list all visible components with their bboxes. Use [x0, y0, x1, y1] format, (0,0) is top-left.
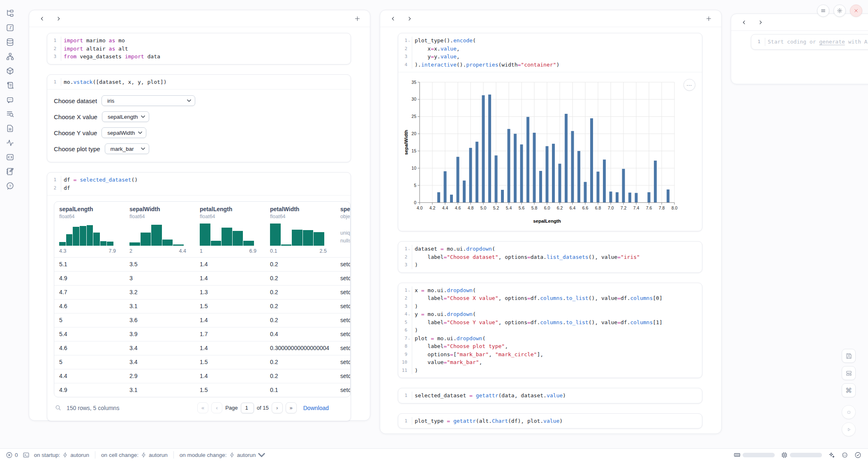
close-icon[interactable] [850, 5, 862, 17]
cell-imports[interactable]: 1import marimo as mo2import altair as al… [47, 33, 351, 65]
cell-empty[interactable]: 1 Start coding or generate with AI [751, 34, 868, 50]
chevron-down-icon [141, 148, 145, 150]
memory-icon [734, 452, 741, 459]
notebook-actions: ⌘ [842, 349, 856, 436]
cell-plot[interactable]: 1⌄plot_type().encode(2 x=x.value,3 y=y.v… [398, 33, 702, 231]
svg-text:15: 15 [411, 148, 416, 153]
column-scroll-left-icon[interactable] [37, 13, 47, 24]
column-2-header [380, 10, 721, 27]
column-scroll-right-icon[interactable] [404, 13, 415, 24]
code-block-icon[interactable] [5, 152, 15, 162]
table-row[interactable]: 4.63.11.50.2setosa [54, 299, 350, 313]
next-page-button[interactable]: › [272, 402, 283, 413]
svg-text:25: 25 [411, 114, 416, 119]
scroll-icon[interactable] [5, 81, 15, 90]
first-page-button[interactable]: « [197, 402, 208, 413]
cell-selected-dataset[interactable]: 1selected_dataset = getattr(data, datase… [398, 388, 702, 403]
doc-search-icon[interactable] [5, 109, 15, 119]
table-row[interactable]: 4.63.41.40.30000000000000004setosa [54, 341, 350, 355]
dependency-graph-icon[interactable] [5, 52, 15, 61]
table-row[interactable]: 4.73.21.30.2setosa [54, 285, 350, 299]
cell-plot-type[interactable]: 1plot_type = getattr(alt.Chart(df), plot… [398, 413, 702, 429]
svg-text:5.6: 5.6 [519, 205, 525, 210]
connection-check-icon[interactable] [854, 452, 861, 459]
table-row[interactable]: 4.93.11.50.1setosa [54, 383, 350, 397]
add-cell-icon[interactable] [352, 13, 362, 24]
tracing-icon[interactable] [5, 138, 15, 148]
chat-bot-icon[interactable] [5, 95, 15, 104]
dropdown-select[interactable]: mark_bar [105, 143, 149, 154]
chart-options-icon[interactable]: ⋯ [683, 79, 695, 91]
ram-usage[interactable] [734, 452, 775, 459]
page-select[interactable]: 1 [241, 403, 254, 413]
dropdown-select[interactable]: iris [102, 95, 195, 106]
column-header-petalLength[interactable]: petalLengthfloat6416.9 [195, 202, 265, 257]
search-icon[interactable] [55, 404, 62, 411]
ai-sparkles-icon[interactable] [828, 452, 835, 459]
runtime-setting[interactable]: on cell change:autorun [101, 452, 168, 458]
help-icon[interactable]: ? [5, 181, 15, 191]
cell-xy-plot-dropdowns[interactable]: 1⌄x = mo.ui.dropdown(2 label="Choose X v… [398, 283, 702, 378]
package-icon[interactable] [5, 66, 15, 76]
scratchpad-icon[interactable] [5, 167, 15, 176]
add-cell-icon[interactable] [703, 13, 714, 24]
svg-text:10: 10 [411, 166, 416, 171]
control-row: Choose X valuesepalLength [54, 111, 342, 122]
database-icon[interactable] [5, 37, 15, 47]
run-icon[interactable] [842, 422, 856, 436]
settings-gear-icon[interactable] [833, 5, 846, 17]
menu-icon[interactable] [817, 5, 829, 17]
dropdown-select[interactable]: sepalWidth [102, 127, 146, 138]
bar-chart[interactable]: 4.04.24.44.64.85.05.25.45.65.86.06.26.46… [403, 77, 697, 228]
table-row[interactable]: 5.13.51.40.2setosa [54, 257, 350, 271]
runtime-setting[interactable]: on startup:autorun [34, 452, 90, 458]
dataframe-table: sepalLengthfloat644.37.9sepalWidthfloat6… [54, 201, 351, 397]
snippets-icon[interactable] [5, 124, 15, 133]
svg-text:20: 20 [411, 131, 416, 136]
control-row: Choose Y valuesepalWidth [54, 127, 342, 138]
column-header-sepalWidth[interactable]: sepalWidthfloat6424.4 [125, 202, 195, 257]
column-scroll-left-icon[interactable] [388, 13, 398, 24]
last-page-button[interactable]: » [286, 402, 297, 413]
code-placeholder[interactable]: Start coding or generate with AI [765, 38, 868, 46]
cpu-usage[interactable] [781, 452, 822, 459]
column-histogram [129, 224, 184, 246]
cell-dataset-dropdown[interactable]: 1⌄dataset = mo.ui.dropdown(2 label="Choo… [398, 241, 702, 273]
file-tree-icon[interactable] [5, 9, 15, 18]
window-controls [817, 5, 862, 17]
table-row[interactable]: 4.42.91.40.2setosa [54, 369, 350, 383]
prev-page-button[interactable]: ‹ [211, 402, 222, 413]
layout-icon[interactable] [842, 366, 856, 380]
function-square-icon[interactable]: f [5, 23, 15, 32]
svg-text:7.8: 7.8 [659, 205, 665, 210]
notebook-column-2: 1⌄plot_type().encode(2 x=x.value,3 y=y.v… [380, 10, 722, 434]
table-row[interactable]: 53.41.50.2setosa [54, 355, 350, 369]
table-row[interactable]: 5.43.91.70.4setosa [54, 327, 350, 341]
stop-icon[interactable] [842, 405, 856, 419]
error-indicator[interactable]: 0 [6, 452, 18, 459]
svg-text:6.4: 6.4 [570, 205, 576, 210]
column-scroll-left-icon[interactable] [739, 17, 749, 28]
dropdown-select[interactable]: sepalLength [102, 111, 150, 122]
command-palette-icon[interactable]: ⌘ [842, 383, 856, 397]
save-icon[interactable] [842, 349, 856, 363]
column-histogram [59, 224, 113, 246]
download-button[interactable]: Download [303, 405, 331, 411]
terminal-icon[interactable] [23, 452, 30, 459]
column-header-petalWidth[interactable]: petalWidthfloat640.12.5 [265, 202, 335, 257]
column-scroll-right-icon[interactable] [755, 17, 766, 28]
svg-text:4.4: 4.4 [442, 205, 448, 210]
cell-vstack[interactable]: 1mo.vstack([dataset, x, y, plot]) Choose… [47, 74, 351, 163]
notebook-column-3: 1 Start coding or generate with AI [731, 14, 868, 84]
column-header-species[interactable]: speciesobjectunique:nulls: [335, 202, 350, 257]
table-row[interactable]: 4.931.40.2setosa [54, 271, 350, 285]
copilot-icon[interactable] [841, 452, 848, 459]
svg-text:6.0: 6.0 [544, 205, 550, 210]
column-header-sepalLength[interactable]: sepalLengthfloat644.37.9 [54, 202, 125, 257]
column-scroll-right-icon[interactable] [53, 13, 64, 24]
cell-dataframe[interactable]: 1df = selected_dataset()2df sepalLengthf… [47, 172, 351, 421]
runtime-setting[interactable]: on module change:autorun [180, 452, 265, 459]
generate-with-ai-link[interactable]: generate [819, 39, 845, 45]
runtime-config: on startup:autorunon cell change:autorun… [34, 451, 265, 459]
table-row[interactable]: 53.61.40.2setosa [54, 313, 350, 327]
